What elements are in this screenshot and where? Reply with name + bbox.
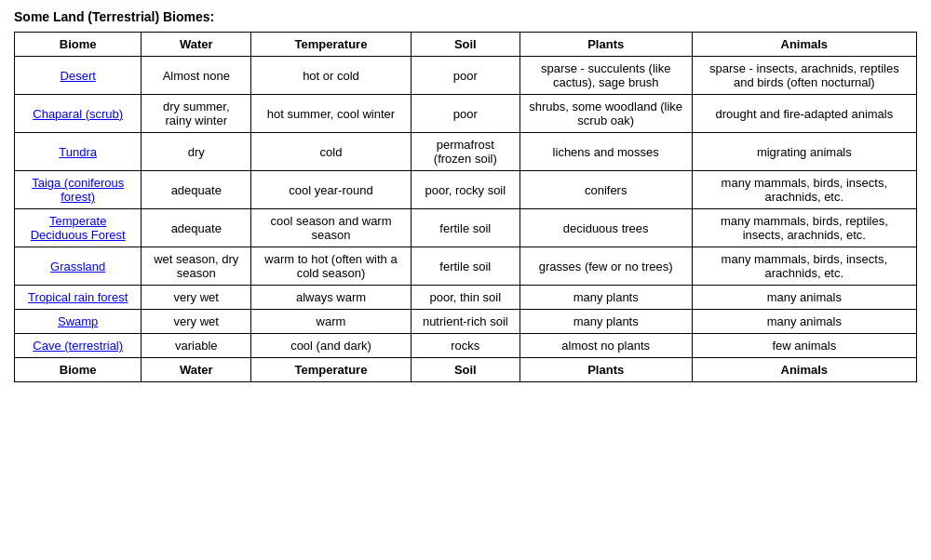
header-water: Water	[142, 33, 251, 57]
biome-cell[interactable]: Temperate Deciduous Forest	[15, 209, 142, 247]
temperature-cell: cool year-round	[251, 171, 412, 209]
table-row: Chaparal (scrub)dry summer, rainy winter…	[15, 95, 917, 133]
water-cell: very wet	[142, 310, 251, 334]
plants-cell: lichens and mosses	[519, 133, 692, 171]
animals-cell: many animals	[692, 286, 916, 310]
header-plants: Plants	[519, 33, 692, 57]
plants-cell: shrubs, some woodland (like scrub oak)	[519, 95, 692, 133]
plants-cell: almost no plants	[519, 334, 692, 358]
biome-link[interactable]: Desert	[61, 69, 96, 83]
water-cell: Almost none	[142, 57, 251, 95]
water-cell: adequate	[142, 171, 251, 209]
plants-cell: many plants	[519, 286, 692, 310]
footer-soil: Soil	[411, 358, 519, 382]
header-temperature: Temperature	[251, 33, 412, 57]
water-cell: adequate	[142, 209, 251, 247]
animals-cell: many mammals, birds, reptiles, insects, …	[692, 209, 916, 247]
footer-animals: Animals	[692, 358, 916, 382]
soil-cell: poor, rocky soil	[411, 171, 519, 209]
table-row: DesertAlmost nonehot or coldpoorsparse -…	[15, 57, 917, 95]
animals-cell: drought and fire-adapted animals	[692, 95, 916, 133]
footer-plants: Plants	[519, 358, 692, 382]
table-row: Temperate Deciduous Forestadequatecool s…	[15, 209, 917, 247]
footer-biome: Biome	[15, 358, 142, 382]
plants-cell: sparse - succulents (like cactus), sage …	[519, 57, 692, 95]
soil-cell: poor	[411, 57, 519, 95]
water-cell: variable	[142, 334, 251, 358]
soil-cell: fertile soil	[411, 209, 519, 247]
biome-cell[interactable]: Cave (terrestrial)	[15, 334, 142, 358]
biome-cell[interactable]: Taiga (coniferous forest)	[15, 171, 142, 209]
biome-cell[interactable]: Chaparal (scrub)	[15, 95, 142, 133]
soil-cell: permafrost (frozen soil)	[411, 133, 519, 171]
water-cell: very wet	[142, 286, 251, 310]
biome-cell[interactable]: Tropical rain forest	[15, 286, 142, 310]
plants-cell: deciduous trees	[519, 209, 692, 247]
footer-temperature: Temperature	[251, 358, 412, 382]
soil-cell: fertile soil	[411, 247, 519, 286]
soil-cell: poor	[411, 95, 519, 133]
temperature-cell: warm to hot (often with a cold season)	[251, 247, 412, 286]
water-cell: dry summer, rainy winter	[142, 95, 251, 133]
temperature-cell: hot or cold	[251, 57, 412, 95]
plants-cell: grasses (few or no trees)	[519, 247, 692, 286]
biome-link[interactable]: Tropical rain forest	[28, 290, 128, 304]
biome-cell[interactable]: Tundra	[15, 133, 142, 171]
biome-link[interactable]: Cave (terrestrial)	[33, 339, 123, 353]
soil-cell: poor, thin soil	[411, 286, 519, 310]
table-row: Tundradrycoldpermafrost (frozen soil)lic…	[15, 133, 917, 171]
soil-cell: nutrient-rich soil	[411, 310, 519, 334]
header-biome: Biome	[15, 33, 142, 57]
footer-water: Water	[142, 358, 251, 382]
table-row: Taiga (coniferous forest)adequatecool ye…	[15, 171, 917, 209]
plants-cell: conifers	[519, 171, 692, 209]
animals-cell: few animals	[692, 334, 916, 358]
temperature-cell: cold	[251, 133, 412, 171]
header-soil: Soil	[411, 33, 519, 57]
soil-cell: rocks	[411, 334, 519, 358]
biome-cell[interactable]: Swamp	[15, 310, 142, 334]
table-row: Tropical rain forestvery wetalways warmp…	[15, 286, 917, 310]
water-cell: wet season, dry season	[142, 247, 251, 286]
biome-link[interactable]: Grassland	[50, 260, 105, 273]
biome-link[interactable]: Temperate Deciduous Forest	[31, 214, 126, 242]
animals-cell: sparse - insects, arachnids, reptiles an…	[692, 57, 916, 95]
biome-cell[interactable]: Grassland	[15, 247, 142, 286]
temperature-cell: hot summer, cool winter	[251, 95, 412, 133]
biome-link[interactable]: Swamp	[58, 314, 98, 328]
biome-link[interactable]: Taiga (coniferous forest)	[32, 176, 124, 204]
biome-cell[interactable]: Desert	[15, 57, 142, 95]
table-footer-row: Biome Water Temperature Soil Plants Anim…	[15, 358, 917, 382]
temperature-cell: always warm	[251, 286, 412, 310]
header-animals: Animals	[692, 33, 916, 57]
table-row: Cave (terrestrial)variablecool (and dark…	[15, 334, 917, 358]
animals-cell: many animals	[692, 310, 916, 334]
water-cell: dry	[142, 133, 251, 171]
animals-cell: many mammals, birds, insects, arachnids,…	[692, 247, 916, 286]
page-title: Some Land (Terrestrial) Biomes:	[14, 9, 917, 24]
table-row: Grasslandwet season, dry seasonwarm to h…	[15, 247, 917, 286]
temperature-cell: warm	[251, 310, 412, 334]
animals-cell: migrating animals	[692, 133, 916, 171]
plants-cell: many plants	[519, 310, 692, 334]
temperature-cell: cool season and warm season	[251, 209, 412, 247]
biomes-table: Biome Water Temperature Soil Plants Anim…	[14, 32, 917, 382]
biome-link[interactable]: Tundra	[59, 145, 97, 159]
biome-link[interactable]: Chaparal (scrub)	[33, 107, 123, 121]
table-header-row: Biome Water Temperature Soil Plants Anim…	[15, 33, 917, 57]
temperature-cell: cool (and dark)	[251, 334, 412, 358]
table-row: Swampvery wetwarmnutrient-rich soilmany …	[15, 310, 917, 334]
animals-cell: many mammals, birds, insects, arachnids,…	[692, 171, 916, 209]
